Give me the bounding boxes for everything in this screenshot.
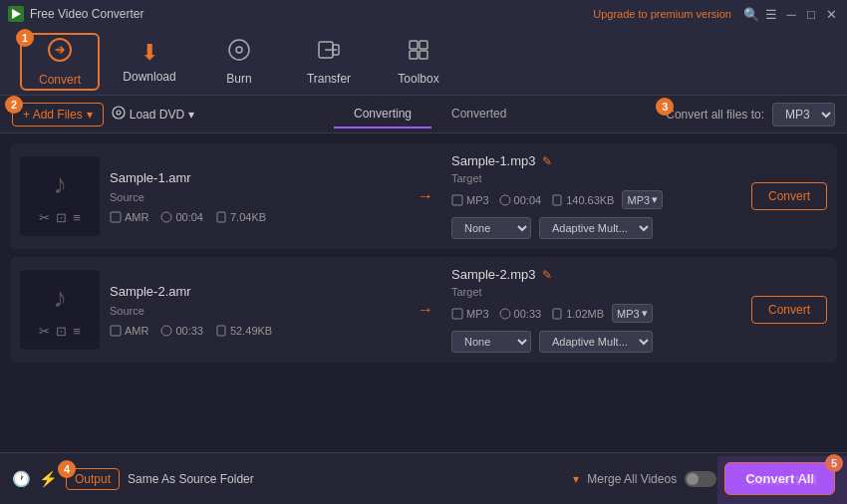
edit-icon-1[interactable]: ✎ — [542, 154, 552, 168]
menu-button[interactable]: ☰ — [763, 6, 779, 22]
svg-point-5 — [236, 47, 242, 53]
source-format-1: AMR — [110, 211, 148, 223]
target-format-dropdown-2[interactable]: MP3 ▾ — [612, 304, 653, 323]
toolbar-item-download[interactable]: ⬇ Download — [110, 33, 189, 91]
arrow-icon-1: → — [410, 187, 441, 205]
toolbar-convert-label: Convert — [39, 73, 81, 87]
convert-all-button[interactable]: 5 Convert All — [724, 462, 835, 495]
music-icon: ♪ — [53, 168, 67, 200]
svg-rect-25 — [553, 309, 561, 319]
crop-icon[interactable]: ⊡ — [56, 210, 67, 225]
target-info-2: MP3 00:33 1.02MB — [451, 308, 604, 320]
svg-point-4 — [229, 40, 249, 60]
toolbar-item-transfer[interactable]: Transfer — [289, 33, 369, 91]
edit-icon-2[interactable]: ✎ — [542, 268, 552, 282]
transfer-icon — [317, 38, 341, 68]
merge-toggle[interactable] — [685, 471, 716, 487]
target-name-1: Sample-1.mp3 ✎ — [451, 153, 741, 168]
add-files-button[interactable]: 2 + Add Files ▾ — [12, 103, 104, 126]
bottom-bar: 🕐 ⚡ 4 Output Same As Source Folder ▾ Mer… — [0, 452, 847, 504]
clock-icon[interactable]: 🕐 — [12, 470, 31, 488]
burn-icon — [227, 38, 251, 68]
svg-point-24 — [500, 309, 510, 319]
file-thumbnail-1: ♪ ✂ ⊡ ≡ — [20, 156, 100, 236]
adjust-icon[interactable]: ≡ — [73, 324, 81, 339]
svg-rect-16 — [217, 212, 225, 222]
crop-icon[interactable]: ⊡ — [56, 324, 67, 339]
merge-label: Merge All Videos — [587, 472, 677, 486]
svg-point-13 — [117, 111, 121, 115]
convert-button-2[interactable]: Convert — [751, 296, 827, 324]
svg-point-18 — [500, 195, 510, 205]
format-select[interactable]: MP3 MP4 AAC — [772, 103, 835, 126]
load-dvd-label: Load DVD — [130, 108, 184, 122]
svg-rect-23 — [452, 309, 462, 319]
effect-row-2: None Adaptive Mult... — [451, 331, 741, 353]
effect-select-1a[interactable]: None — [451, 217, 531, 239]
target-area-1: Sample-1.mp3 ✎ Target MP3 00:04 1 — [451, 153, 741, 239]
title-bar: Free Video Converter Upgrade to premium … — [0, 0, 847, 28]
effect-select-2a[interactable]: None — [451, 331, 531, 353]
tabs-area: Converting Converted — [202, 101, 658, 128]
tab-converted[interactable]: Converted — [431, 101, 526, 128]
svg-rect-20 — [111, 326, 121, 336]
svg-rect-14 — [111, 212, 121, 222]
cut-icon[interactable]: ✂ — [39, 324, 50, 339]
source-size-1: 7.04KB — [215, 211, 266, 223]
target-info-1: MP3 00:04 140.63KB — [451, 194, 614, 206]
load-dvd-button[interactable]: Load DVD ▾ — [112, 106, 194, 123]
target-area-2: Sample-2.mp3 ✎ Target MP3 00:33 1 — [451, 267, 741, 353]
svg-rect-17 — [452, 195, 462, 205]
toolbox-icon — [407, 38, 430, 68]
source-info-1: AMR 00:04 7.04KB — [110, 211, 400, 223]
svg-rect-8 — [410, 41, 418, 49]
file-name-1: Sample-1.amr — [110, 170, 400, 185]
svg-rect-11 — [420, 51, 427, 59]
title-bar-right: Upgrade to premium version 🔍 ☰ ─ □ ✕ — [593, 6, 839, 22]
adjust-icon[interactable]: ≡ — [73, 210, 81, 225]
effect-select-1b[interactable]: Adaptive Mult... — [539, 217, 653, 239]
load-dvd-chevron-icon: ▾ — [188, 108, 194, 122]
output-path: Same As Source Folder — [128, 472, 565, 486]
toolbar-convert-badge: 1 — [16, 29, 34, 47]
target-format-dropdown-1[interactable]: MP3 ▾ — [622, 190, 663, 209]
svg-rect-10 — [410, 51, 418, 59]
main-content: ♪ ✂ ⊡ ≡ Sample-1.amr Source AMR 00:04 — [0, 133, 847, 472]
toolbar-item-convert[interactable]: 1 Convert — [20, 33, 100, 91]
svg-point-3 — [57, 47, 63, 53]
convert-button-1[interactable]: Convert — [751, 182, 827, 210]
bolt-icon[interactable]: ⚡ — [39, 470, 58, 488]
output-badge: 4 — [58, 460, 76, 478]
effect-row-1: None Adaptive Mult... — [451, 217, 741, 239]
action-bar: 2 + Add Files ▾ Load DVD ▾ Converting Co… — [0, 96, 847, 133]
output-path-dropdown[interactable]: ▾ — [573, 472, 579, 486]
minimize-button[interactable]: ─ — [783, 6, 799, 22]
add-files-badge: 2 — [5, 96, 23, 114]
tab-converting[interactable]: Converting — [334, 101, 431, 128]
chevron-down-icon: ▾ — [652, 193, 658, 206]
file-thumbnail-2: ♪ ✂ ⊡ ≡ — [20, 270, 100, 350]
target-info-row-1: MP3 00:04 140.63KB MP3 ▾ — [451, 190, 741, 209]
convert-all-badge: 5 — [825, 454, 843, 472]
arrow-icon-2: → — [410, 301, 441, 319]
file-name-2: Sample-2.amr — [110, 284, 400, 299]
search-button[interactable]: 🔍 — [743, 6, 759, 22]
file-info-2: Sample-2.amr Source AMR 00:33 52.49KB — [110, 284, 400, 337]
svg-point-21 — [161, 326, 171, 336]
source-duration-2: 00:33 — [160, 325, 203, 337]
effect-select-2b[interactable]: Adaptive Mult... — [539, 331, 653, 353]
toolbar-toolbox-label: Toolbox — [398, 72, 438, 86]
close-button[interactable]: ✕ — [823, 6, 839, 22]
file-row: ♪ ✂ ⊡ ≡ Sample-1.amr Source AMR 00:04 — [10, 143, 837, 249]
toolbar-item-toolbox[interactable]: Toolbox — [379, 33, 458, 91]
title-bar-left: Free Video Converter — [8, 6, 144, 22]
cut-icon[interactable]: ✂ — [39, 210, 50, 225]
maximize-button[interactable]: □ — [803, 6, 819, 22]
toolbar-item-burn[interactable]: Burn — [199, 33, 279, 91]
convert-all-files-label: 3 Convert all files to: — [666, 108, 764, 122]
upgrade-link[interactable]: Upgrade to premium version — [593, 8, 731, 20]
svg-point-15 — [161, 212, 171, 222]
toolbar-download-label: Download — [123, 70, 175, 84]
output-label: 4 Output — [66, 468, 120, 490]
load-dvd-icon — [112, 106, 126, 123]
